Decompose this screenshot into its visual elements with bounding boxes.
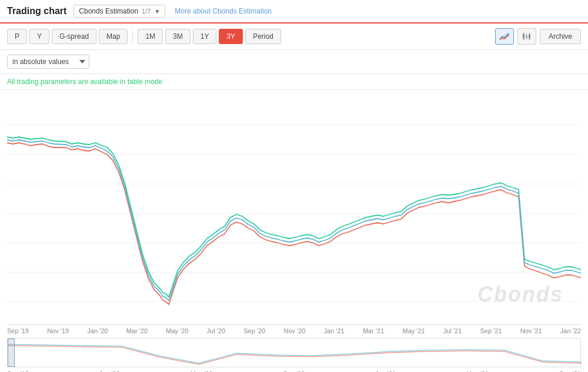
chart-area: Cbonds Sep '19 Nov '19 Jan '20 Mar '20 M… bbox=[0, 90, 588, 372]
table-mode-bar: All trading parameters are available in … bbox=[0, 74, 588, 90]
mini-viewport-handle[interactable] bbox=[8, 339, 15, 367]
x-label: Sep '19 bbox=[7, 327, 29, 334]
page-title: Trading chart bbox=[7, 6, 66, 16]
btn-3m[interactable]: 3M bbox=[165, 29, 191, 44]
x-label: Jul '21 bbox=[443, 327, 462, 334]
x-label: Mar '21 bbox=[363, 327, 384, 334]
mini-chart-svg bbox=[8, 339, 582, 368]
table-mode-link[interactable]: All trading parameters are available in … bbox=[7, 78, 162, 86]
x-label: Nov '20 bbox=[283, 327, 305, 334]
toolbar: P Y G-spread Map 1M 3M 1Y 3Y Period bbox=[0, 24, 588, 50]
x-label: Jan '21 bbox=[324, 327, 345, 334]
btn-P[interactable]: P bbox=[7, 29, 27, 44]
main-chart-svg bbox=[7, 96, 581, 325]
x-label: Sep '21 bbox=[480, 327, 502, 334]
svg-rect-6 bbox=[529, 35, 530, 38]
estimation-dropdown[interactable]: Cbonds Estimation 1/7 ▼ bbox=[74, 5, 165, 18]
x-label: May '21 bbox=[402, 327, 425, 334]
estimation-link[interactable]: More about Cbonds Estimation bbox=[175, 7, 272, 15]
x-label: Sep '20 bbox=[243, 327, 265, 334]
x-label: Jan '22 bbox=[560, 327, 581, 334]
main-chart: Cbonds bbox=[7, 96, 581, 325]
btn-3y[interactable]: 3Y bbox=[219, 29, 243, 44]
btn-1y[interactable]: 1Y bbox=[193, 29, 217, 44]
separator bbox=[132, 31, 133, 42]
x-label: Jul '20 bbox=[207, 327, 225, 334]
archive-button[interactable]: Archive bbox=[540, 29, 581, 44]
svg-rect-3 bbox=[526, 35, 527, 38]
btn-1m[interactable]: 1M bbox=[138, 29, 163, 44]
estimation-label: Cbonds Estimation bbox=[79, 7, 138, 15]
mini-chart[interactable] bbox=[7, 338, 581, 367]
svg-rect-0 bbox=[523, 34, 524, 38]
btn-Y[interactable]: Y bbox=[29, 29, 49, 44]
estimation-page: 1/7 bbox=[142, 8, 151, 15]
x-label: Nov '21 bbox=[520, 327, 542, 334]
x-label: Jan '20 bbox=[87, 327, 108, 334]
header: Trading chart Cbonds Estimation 1/7 ▼ Mo… bbox=[0, 0, 588, 24]
line-chart-icon[interactable] bbox=[495, 28, 514, 45]
x-label: Nov '19 bbox=[47, 327, 69, 334]
x-label: May '20 bbox=[166, 327, 188, 334]
x-axis: Sep '19 Nov '19 Jan '20 Mar '20 May '20 … bbox=[7, 325, 581, 337]
filter-bar: in absolute values in percentage in bps bbox=[0, 50, 588, 74]
filter-select[interactable]: in absolute values in percentage in bps bbox=[7, 55, 89, 69]
x-label: Mar '20 bbox=[126, 327, 148, 334]
btn-map[interactable]: Map bbox=[99, 29, 128, 44]
chevron-down-icon: ▼ bbox=[154, 8, 160, 15]
candle-chart-icon[interactable] bbox=[517, 28, 536, 45]
mini-x-axis: Sep '19 Jan '20 May '20 Sep '20 Jan '21 … bbox=[7, 368, 581, 372]
btn-period[interactable]: Period bbox=[245, 29, 281, 44]
btn-gspread[interactable]: G-spread bbox=[52, 29, 96, 44]
chart-icons: Archive bbox=[495, 28, 581, 45]
